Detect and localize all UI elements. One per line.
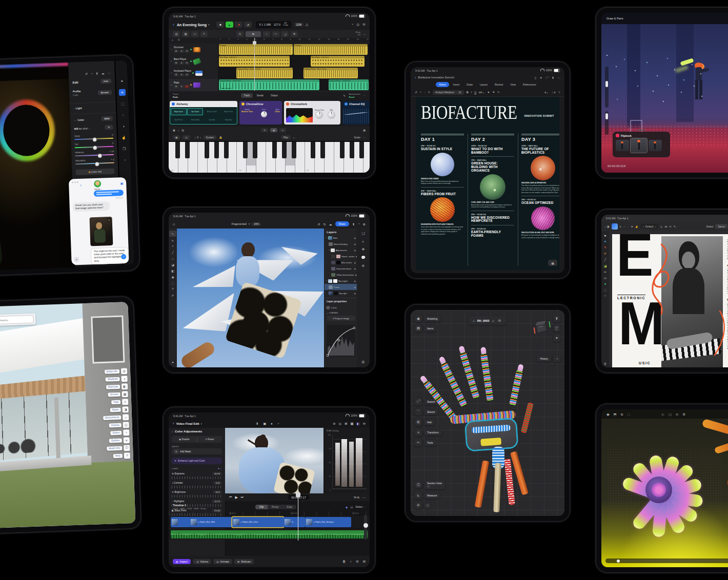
timeline-clip-selected[interactable]: ▭ Skyline_Blue_Close bbox=[232, 517, 284, 527]
light-section[interactable]: Light bbox=[76, 107, 82, 110]
visibility-icon[interactable]: ◉ bbox=[354, 280, 356, 282]
gradient-tool-icon[interactable]: ◧ bbox=[169, 267, 176, 274]
color-chip[interactable]: ● bbox=[169, 359, 176, 365]
crop-tool-icon[interactable]: ⬚ bbox=[169, 280, 176, 286]
history-button[interactable]: History bbox=[537, 356, 551, 362]
visibility-icon[interactable]: ◉ bbox=[354, 243, 356, 245]
keyboard-select-icon[interactable]: ▦ bbox=[173, 135, 180, 139]
wb-value[interactable]: As shot bbox=[79, 127, 88, 130]
editors-view-icon[interactable]: ▭ bbox=[191, 31, 198, 37]
settings-icon[interactable]: ⚙ bbox=[682, 412, 685, 417]
solo-button[interactable]: S bbox=[179, 50, 184, 53]
crop-icon[interactable]: ⬚ bbox=[119, 100, 126, 107]
document-pill[interactable]: ⌂ RH_0003 ◎ ⊖ bbox=[469, 316, 507, 325]
add-track-icon[interactable]: ＋ bbox=[171, 38, 174, 43]
scale-button[interactable]: Scale bbox=[354, 136, 360, 139]
artboard-tool-icon[interactable]: ● bbox=[604, 240, 606, 243]
text-style-button[interactable]: aA⌄ bbox=[479, 91, 484, 94]
presets-icon[interactable]: ✦ bbox=[118, 78, 125, 85]
search-icon[interactable]: ○⌝ bbox=[415, 398, 422, 405]
volume-button[interactable]: ◁) Volume bbox=[193, 559, 211, 564]
next-frame-icon[interactable]: ⏭ bbox=[241, 495, 244, 499]
flipbook-panel[interactable]: Flipbook bbox=[613, 132, 670, 157]
camera-icon[interactable]: ▣ bbox=[173, 129, 175, 132]
timeline-clip[interactable]: S... bbox=[284, 517, 305, 527]
eraser-icon[interactable]: ◪ bbox=[604, 264, 607, 267]
layer-row[interactable]: Noise blending◉ bbox=[325, 241, 357, 247]
record-button[interactable]: ● bbox=[235, 22, 242, 28]
enhance-button[interactable]: ✦Enhance Light and Color bbox=[172, 458, 222, 464]
saturation-slider[interactable] bbox=[75, 162, 114, 165]
arrow-icon[interactable]: ↔ bbox=[293, 136, 295, 139]
history-icon[interactable]: ◔ bbox=[121, 157, 128, 163]
units-icon[interactable]: 0.11× bbox=[553, 325, 560, 332]
connect-icon[interactable]: ◈ bbox=[346, 505, 348, 509]
region-drummer-1[interactable]: Drummer bbox=[219, 44, 293, 55]
tab-draw[interactable]: Draw bbox=[463, 82, 476, 87]
tuner-icon[interactable]: ◔ bbox=[351, 23, 353, 27]
append-icon[interactable]: ⊞ bbox=[363, 560, 366, 564]
layer-row[interactable]: Top right◉ bbox=[325, 290, 357, 296]
fill-tool-icon[interactable]: ◉ bbox=[169, 274, 176, 280]
transform-icon[interactable]: ⋏ bbox=[415, 429, 422, 436]
mixer-view-icon[interactable]: ▦ bbox=[182, 31, 189, 37]
light-chevron-icon[interactable]: › bbox=[73, 107, 74, 110]
shape-tool-icon[interactable]: ▭ bbox=[604, 276, 607, 280]
import-icon[interactable]: ⬆ bbox=[256, 422, 258, 426]
menu-icon[interactable]: ≡ bbox=[620, 225, 621, 228]
animate-button[interactable]: ◎ Animate bbox=[213, 559, 232, 564]
decay-knob[interactable] bbox=[316, 112, 322, 118]
lasso-tool-icon[interactable]: ⟡ bbox=[169, 243, 176, 249]
select-label[interactable]: Select bbox=[706, 225, 714, 228]
duplicate-track-icon[interactable]: ⧉ bbox=[178, 38, 180, 42]
adjust-panel-icon[interactable]: ◐ bbox=[362, 240, 364, 243]
clone-tool-icon[interactable]: ♨ bbox=[169, 255, 176, 261]
trash-icon[interactable]: 🗑 bbox=[342, 560, 346, 564]
expand-icon[interactable]: ⊞ bbox=[362, 360, 365, 364]
split-tool-icon[interactable]: ✂ bbox=[272, 31, 279, 37]
timeline-clip[interactable] bbox=[171, 517, 190, 527]
scrubber-handle[interactable] bbox=[617, 560, 620, 563]
comments-panel-icon[interactable]: 💬 bbox=[361, 256, 366, 260]
add-attachment-button[interactable]: + bbox=[74, 257, 79, 262]
layer-row[interactable]: ▾Edits◉ bbox=[325, 235, 357, 241]
sliders-mode-icon[interactable]: ≡ bbox=[279, 128, 286, 132]
play-icon[interactable]: ▷ bbox=[662, 412, 664, 417]
vector-brush-icon[interactable]: ✎ bbox=[604, 245, 606, 249]
back-chevron-icon[interactable]: ‹ bbox=[173, 22, 174, 27]
filters-panel-icon[interactable]: ❖ bbox=[361, 247, 365, 252]
piano-keyboard[interactable]: C2 C3 C4 bbox=[169, 141, 370, 173]
color-mix-button[interactable]: ◉ Color mix bbox=[75, 169, 114, 176]
mute-button[interactable]: M bbox=[174, 73, 178, 76]
solo-button[interactable]: S bbox=[179, 85, 184, 88]
alchemy-preset[interactable]: Epic Synth bbox=[187, 108, 203, 115]
browse-button[interactable]: Browse bbox=[98, 90, 112, 95]
automation-pencil-icon[interactable]: ✎ bbox=[343, 94, 346, 97]
track-header-drummer[interactable]: 1 Drummer MSR bbox=[169, 44, 218, 56]
pencil-tool-icon[interactable]: ✎ bbox=[200, 31, 208, 37]
indent-button[interactable]: ≣ bbox=[558, 91, 560, 94]
timeline-zoom-slider[interactable] bbox=[364, 515, 367, 540]
drag-on-image-button[interactable]: ✐ Drag on image bbox=[327, 316, 355, 321]
kb-more-icon[interactable]: ⋯ bbox=[363, 136, 366, 139]
record-enable-button[interactable]: R bbox=[185, 73, 189, 76]
render-canvas[interactable] bbox=[601, 419, 728, 567]
media-icon[interactable]: ▦ bbox=[351, 422, 354, 426]
brush-opacity-slider[interactable] bbox=[605, 111, 609, 135]
tags-button[interactable]: Tags◊ bbox=[111, 398, 129, 405]
record-enable-button[interactable]: R bbox=[185, 50, 189, 53]
video-viewer[interactable] bbox=[225, 428, 323, 493]
camera-icon[interactable]: ▣ bbox=[263, 422, 266, 426]
help-button[interactable]: Help? bbox=[113, 452, 130, 459]
detach-icon[interactable]: ⑃ bbox=[350, 560, 352, 564]
section-view-icon[interactable]: ◫ bbox=[415, 481, 422, 488]
solo-button[interactable]: S bbox=[179, 61, 184, 65]
tint-slider[interactable] bbox=[75, 146, 114, 149]
region-keys-1[interactable]: Keyboard Player - Broken Chords bbox=[236, 68, 293, 78]
fill-tool-icon[interactable]: ● bbox=[604, 282, 606, 285]
tab-insert[interactable]: Insert bbox=[450, 82, 463, 87]
curves-section-label[interactable]: ⌄ CURVES bbox=[325, 310, 357, 315]
play-surface-button[interactable]: Play bbox=[281, 135, 291, 139]
editor-button[interactable]: ✎ bbox=[497, 91, 500, 94]
font-selector[interactable]: Antipol Medium11 bbox=[433, 90, 464, 95]
